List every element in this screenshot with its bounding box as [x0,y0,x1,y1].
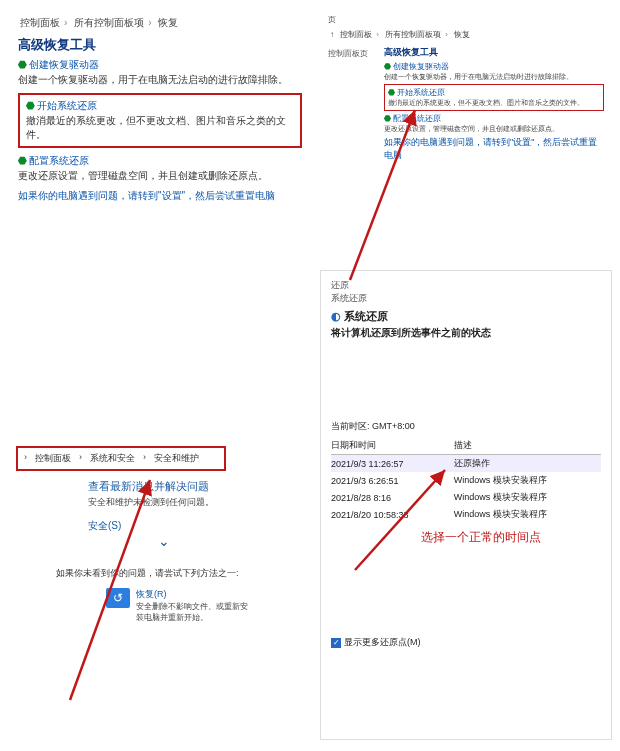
back-arrow-icon[interactable]: ↑ [330,30,334,39]
item-create-recovery-drive[interactable]: ⬣创建恢复驱动器 创建一个恢复驱动器，用于在电脑无法启动的进行故障排除。 [18,58,302,87]
status-no-issues: 安全和维护未检测到任何问题。 [88,496,305,509]
side-label: 控制面板页 [328,48,368,59]
crumb-control-panel[interactable]: 控制面板 [340,30,372,39]
link-reset-pc-hint[interactable]: 如果你的电脑遇到问题，请转到"设置"，然后尝试重置电脑 [384,137,597,160]
recovery-title[interactable]: 恢复(R) [136,588,248,601]
shield-icon: ⬣ [18,155,27,166]
item-create-recovery-drive[interactable]: ⬣创建恢复驱动器 创建一个恢复驱动器，用于在电脑无法启动时进行故障排除。 [384,61,604,82]
col-description[interactable]: 描述 [454,437,601,455]
timezone-label: 当前时区: GMT+8:00 [331,420,601,433]
desc: 创建一个恢复驱动器，用于在电脑无法启动时进行故障排除。 [384,72,604,82]
crumb-control-panel[interactable]: 控制面板 [20,17,60,28]
item-reset-pc-hint[interactable]: 如果你的电脑遇到问题，请转到"设置"，然后尝试重置电脑 [18,189,302,203]
crumb-security-maintenance[interactable]: 安全和维护 [154,452,199,465]
link-create-recovery-drive[interactable]: 创建恢复驱动器 [393,62,449,71]
panel-security-maintenance: › 控制面板› 系统和安全› 安全和维护 控制面板 维护(M) 查看最新消息并解… [8,440,313,700]
link-start-system-restore[interactable]: 开始系统还原 [37,100,97,111]
breadcrumb-small[interactable]: ↑ 控制面板› 所有控制面板项› 恢复 [328,29,604,40]
small-label-2: 系统还原 [331,292,601,305]
crumb-recovery[interactable]: 恢复 [158,17,178,28]
item-start-system-restore-highlighted[interactable]: ⬣开始系统还原 撤消最近的系统更改，但不更改文档、图片和音乐之类的文件。 [384,84,604,111]
cell-description: Windows 模块安装程序 [454,472,601,489]
item-configure-restore[interactable]: ⬣配置系统还原 更改还原设置，管理磁盘空间，并且创建或删除还原点。 [18,154,302,183]
annotation-choose-time: 选择一个正常的时间点 [421,529,601,546]
chevron-down-icon[interactable]: ⌄ [158,533,305,549]
table-row[interactable]: 2021/9/3 11:26:57还原操作 [331,455,601,473]
shield-icon: ⬣ [384,62,391,71]
col-datetime[interactable]: 日期和时间 [331,437,454,455]
crumb-all-items[interactable]: 所有控制面板项 [74,17,144,28]
cell-datetime: 2021/8/28 8:16 [331,489,454,506]
shield-icon: ⬣ [384,114,391,123]
link-configure-restore[interactable]: 配置系统还原 [393,114,441,123]
crumb-recovery[interactable]: 恢复 [454,30,470,39]
cell-description: 还原操作 [454,455,601,473]
panel-recovery-small: 页 ↑ 控制面板› 所有控制面板项› 恢复 控制面板页 高级恢复工具 ⬣创建恢复… [320,8,612,218]
heading-advanced-recovery: 高级恢复工具 [18,36,302,54]
table-row[interactable]: 2021/8/28 8:16Windows 模块安装程序 [331,489,601,506]
desc-create-recovery-drive: 创建一个恢复驱动器，用于在电脑无法启动的进行故障排除。 [18,73,302,87]
item-reset-pc-hint[interactable]: 如果你的电脑遇到问题，请转到"设置"，然后尝试重置电脑 [384,136,604,162]
heading-advanced-recovery: 高级恢复工具 [384,46,604,59]
shield-icon: ⬣ [18,59,27,70]
security-label[interactable]: 安全(S) [88,520,121,531]
desc: 更改还原设置，管理磁盘空间，并且创建或删除还原点。 [384,124,604,134]
restore-points-table[interactable]: 日期和时间 描述 2021/9/3 11:26:57还原操作2021/9/3 6… [331,437,601,523]
small-label-1: 还原 [331,279,601,292]
desc-start-system-restore: 撤消最近的系统更改，但不更改文档、图片和音乐之类的文件。 [26,114,294,142]
recovery-line1: 安全删除不影响文件、或重新安 [136,601,248,612]
item-configure-restore[interactable]: ⬣配置系统还原 更改还原设置，管理磁盘空间，并且创建或删除还原点。 [384,113,604,134]
cell-datetime: 2021/9/3 6:26:51 [331,472,454,489]
section-security[interactable]: 安全(S) [88,519,305,533]
item-start-system-restore-highlighted[interactable]: ⬣开始系统还原 撤消最近的系统更改，但不更改文档、图片和音乐之类的文件。 [18,93,302,148]
cell-description: Windows 模块安装程序 [454,506,601,523]
shield-icon: ⬣ [26,100,35,111]
dialog-title: ◐系统还原 [331,309,601,324]
item-recovery[interactable]: ↺ 恢复(R) 安全删除不影响文件、或重新安 装电脑并重新开始。 [106,588,305,623]
crumb-control-panel[interactable]: 控制面板 [35,452,71,465]
link-start-system-restore[interactable]: 开始系统还原 [397,88,445,97]
checkbox-icon[interactable]: ✓ [331,638,341,648]
recovery-icon: ↺ [106,588,130,608]
heading-view-messages: 查看最新消息并解决问题 [88,479,305,494]
show-more-restore-points[interactable]: ✓显示更多还原点(M) [331,636,601,649]
hint-try-below: 如果你未看到你的问题，请尝试下列方法之一: [56,567,305,580]
link-reset-pc-hint[interactable]: 如果你的电脑遇到问题，请转到"设置"，然后尝试重置电脑 [18,190,275,201]
recovery-line2: 装电脑并重新开始。 [136,612,248,623]
breadcrumb-highlighted[interactable]: › 控制面板› 系统和安全› 安全和维护 [16,446,226,471]
desc-configure-restore: 更改还原设置，管理磁盘空间，并且创建或删除还原点。 [18,169,302,183]
table-row[interactable]: 2021/9/3 6:26:51Windows 模块安装程序 [331,472,601,489]
cell-description: Windows 模块安装程序 [454,489,601,506]
crumb-system-security[interactable]: 系统和安全 [90,452,135,465]
desc: 撤消最近的系统更改，但不更改文档、图片和音乐之类的文件。 [388,98,600,108]
panel-recovery-large: 控制面板› 所有控制面板项› 恢复 高级恢复工具 ⬣创建恢复驱动器 创建一个恢复… [8,8,312,243]
shield-icon: ⬣ [388,88,395,97]
cell-datetime: 2021/8/20 10:58:33 [331,506,454,523]
restore-icon: ◐ [331,310,341,322]
link-configure-restore[interactable]: 配置系统还原 [29,155,89,166]
breadcrumb[interactable]: 控制面板› 所有控制面板项› 恢复 [18,16,302,30]
dialog-subtitle: 将计算机还原到所选事件之前的状态 [331,326,601,340]
table-row[interactable]: 2021/8/20 10:58:33Windows 模块安装程序 [331,506,601,523]
cell-datetime: 2021/9/3 11:26:57 [331,455,454,473]
link-create-recovery-drive[interactable]: 创建恢复驱动器 [29,59,99,70]
panel-system-restore-dialog: 还原 系统还原 ◐系统还原 将计算机还原到所选事件之前的状态 当前时区: GMT… [320,270,612,740]
crumb-all-items[interactable]: 所有控制面板项 [385,30,441,39]
tab-hint: 页 [328,14,604,25]
